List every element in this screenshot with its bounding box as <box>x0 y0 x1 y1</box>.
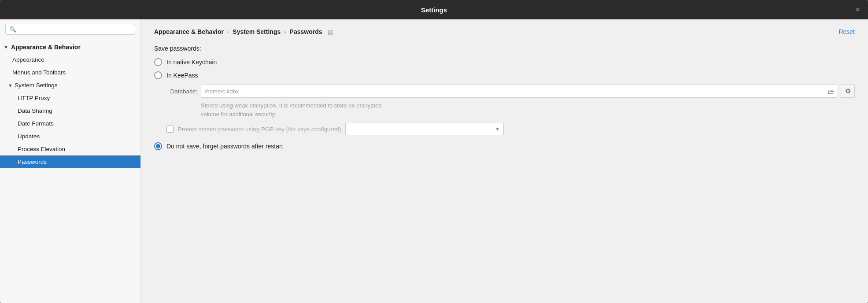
sidebar-item-http-proxy-label: HTTP Proxy <box>18 95 50 101</box>
breadcrumb: Appearance & Behavior › System Settings … <box>154 28 855 35</box>
close-button[interactable]: × <box>855 6 860 14</box>
sidebar-item-menus-toolbars-label: Menus and Toolbars <box>12 69 66 76</box>
db-input-wrap[interactable]: 🗁 <box>201 85 837 98</box>
radio-native-keychain[interactable]: In native Keychain <box>154 58 855 66</box>
content-area: 🔍 ▼ Appearance & Behavior Appearance Men… <box>0 19 868 303</box>
sidebar-group-label: Appearance & Behavior <box>11 44 81 51</box>
sidebar-item-date-formats-label: Date Formats <box>18 120 54 127</box>
pgp-dropdown[interactable]: ▼ <box>345 123 504 135</box>
db-label: Database: <box>166 88 197 95</box>
search-icon: 🔍 <box>9 26 16 33</box>
db-warning: Stored using weak encryption. It is reco… <box>201 101 509 118</box>
sidebar-item-passwords-label: Passwords <box>18 159 47 165</box>
radio-no-save-label: Do not save, forget passwords after rest… <box>166 143 283 150</box>
sidebar-item-process-elevation[interactable]: Process Elevation <box>0 143 140 155</box>
titlebar: Settings × <box>0 0 868 19</box>
keepass-section: Database: 🗁 ⚙ Stored using weak encrypti… <box>166 85 855 135</box>
main-panel: Appearance & Behavior › System Settings … <box>141 19 868 303</box>
sidebar-item-menus-toolbars[interactable]: Menus and Toolbars <box>0 66 140 79</box>
database-row: Database: 🗁 ⚙ <box>166 85 855 98</box>
sidebar-item-data-sharing-label: Data Sharing <box>18 107 52 114</box>
settings-window: Settings × 🔍 ▼ Appearance & Behavior App… <box>0 0 868 303</box>
radio-keepass-label: In KeePass <box>166 72 198 79</box>
radio-keepass-circle[interactable] <box>154 71 162 79</box>
sidebar-group-appearance-behavior: ▼ Appearance & Behavior Appearance Menus… <box>0 38 140 170</box>
breadcrumb-appearance-behavior: Appearance & Behavior <box>154 28 224 35</box>
sidebar-item-updates[interactable]: Updates <box>0 130 140 143</box>
db-input[interactable] <box>201 88 825 95</box>
sidebar-item-process-elevation-label: Process Elevation <box>18 146 65 152</box>
radio-native-keychain-label: In native Keychain <box>166 59 217 66</box>
breadcrumb-passwords: Passwords <box>290 28 322 35</box>
breadcrumb-sep-2: › <box>284 29 286 35</box>
sidebar-subgroup-label: System Settings <box>15 82 58 89</box>
sidebar-item-data-sharing[interactable]: Data Sharing <box>0 104 140 117</box>
radio-no-save[interactable]: Do not save, forget passwords after rest… <box>154 142 855 150</box>
gear-button[interactable]: ⚙ <box>841 85 855 98</box>
breadcrumb-system-settings: System Settings <box>233 28 281 35</box>
breadcrumb-menu-icon[interactable]: ▤ <box>328 29 333 35</box>
reset-button[interactable]: Reset <box>838 28 855 35</box>
pgp-checkbox[interactable] <box>166 126 174 133</box>
sidebar-item-updates-label: Updates <box>18 133 40 140</box>
search-box[interactable]: 🔍 <box>5 24 135 35</box>
radio-native-keychain-circle[interactable] <box>154 58 162 66</box>
radio-no-save-circle[interactable] <box>154 142 162 150</box>
breadcrumb-sep-1: › <box>227 29 229 35</box>
chevron-down-icon-3: ▼ <box>495 126 500 132</box>
sidebar-item-appearance[interactable]: Appearance <box>0 53 140 66</box>
window-title: Settings <box>421 6 447 14</box>
sidebar: 🔍 ▼ Appearance & Behavior Appearance Men… <box>0 19 141 303</box>
folder-icon[interactable]: 🗁 <box>825 88 837 95</box>
sidebar-group-header-appearance-behavior[interactable]: ▼ Appearance & Behavior <box>0 40 140 53</box>
save-passwords-label: Save passwords: <box>154 45 855 52</box>
sidebar-subgroup-system-settings[interactable]: ▼ System Settings <box>0 79 140 92</box>
sidebar-item-date-formats[interactable]: Date Formats <box>0 117 140 130</box>
radio-keepass[interactable]: In KeePass <box>154 71 855 79</box>
chevron-down-icon-2: ▼ <box>8 83 13 88</box>
chevron-down-icon: ▼ <box>4 44 8 50</box>
gear-icon: ⚙ <box>845 87 851 95</box>
search-input[interactable] <box>19 26 131 33</box>
sidebar-item-appearance-label: Appearance <box>12 56 44 63</box>
sidebar-item-passwords[interactable]: Passwords <box>0 155 140 168</box>
pgp-row: Protect master password using PGP key (N… <box>166 123 855 135</box>
pgp-label: Protect master password using PGP key (N… <box>178 126 341 133</box>
sidebar-item-http-proxy[interactable]: HTTP Proxy <box>0 92 140 104</box>
